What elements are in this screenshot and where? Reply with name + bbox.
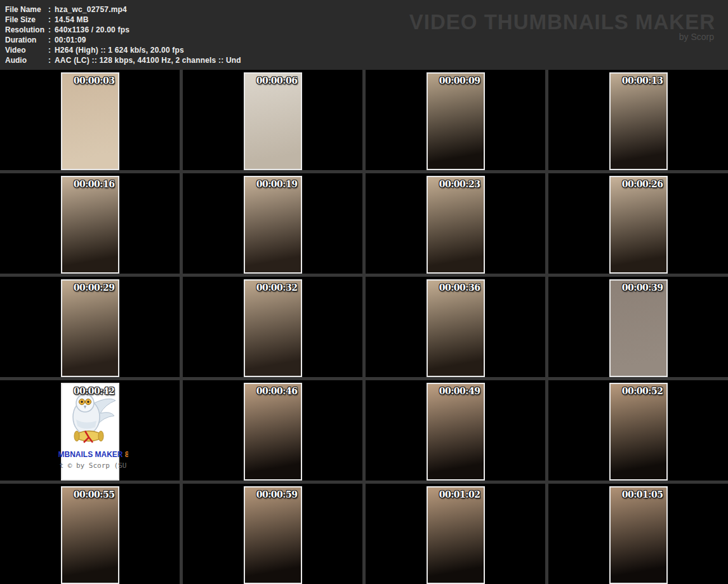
- thumbnail-grid: 00:00:03 00:00:06 00:00:09 00:00:13 00:0…: [0, 70, 728, 584]
- watermark-frame: MBNAILS MAKER 8 t © by Scorp (SU 00:00:4…: [61, 383, 119, 481]
- grid-cell: 00:00:29: [0, 277, 180, 377]
- video-frame-placeholder: 00:00:19: [244, 176, 302, 274]
- video-frame-placeholder: 00:00:36: [427, 279, 485, 377]
- app-title: VIDEO THUMBNAILS MAKER: [409, 11, 715, 33]
- frame-timestamp: 00:00:32: [256, 282, 298, 293]
- watermark-text: MBNAILS MAKER 8: [58, 450, 128, 459]
- grid-cell: 00:00:49: [366, 380, 545, 481]
- grid-cell: 00:00:23: [366, 173, 545, 274]
- video-frame-placeholder: 00:00:59: [244, 486, 302, 584]
- frame-timestamp: 00:00:29: [74, 282, 115, 293]
- meta-label: Video: [5, 45, 48, 55]
- frame-timestamp: 00:00:39: [622, 282, 663, 293]
- video-frame-placeholder: 00:00:32: [244, 279, 302, 377]
- grid-cell: 00:00:26: [548, 173, 728, 274]
- app-brand: VIDEO THUMBNAILS MAKER by Scorp: [409, 11, 715, 42]
- frame-timestamp: 00:00:49: [439, 386, 480, 396]
- frame-timestamp: 00:00:16: [74, 179, 115, 189]
- meta-value-filename: hza_wc_02757.mp4: [55, 5, 127, 14]
- video-frame-placeholder: 00:00:23: [427, 176, 485, 274]
- meta-value-resolution: 640x1136 / 20.00 fps: [55, 25, 129, 34]
- frame-timestamp: 00:00:52: [622, 386, 663, 396]
- watermark-copyright: t © by Scorp (SU: [60, 461, 129, 470]
- meta-label: File Name: [5, 4, 48, 15]
- frame-timestamp: 00:00:55: [74, 489, 115, 500]
- meta-row-video: Video:H264 (High) :: 1 624 kb/s, 20.00 f…: [5, 45, 728, 55]
- meta-value-video: H264 (High) :: 1 624 kb/s, 20.00 fps: [55, 46, 184, 55]
- grid-cell: 00:00:46: [183, 380, 362, 481]
- grid-cell: MBNAILS MAKER 8 t © by Scorp (SU 00:00:4…: [0, 380, 180, 481]
- grid-cell: 00:00:39: [548, 277, 728, 377]
- meta-value-filesize: 14.54 MB: [55, 15, 89, 24]
- grid-cell: 00:00:52: [548, 380, 728, 481]
- frame-timestamp: 00:00:46: [256, 386, 298, 396]
- grid-cell: 00:00:06: [183, 70, 362, 170]
- meta-value-audio: AAC (LC) :: 128 kbps, 44100 Hz, 2 channe…: [55, 56, 241, 65]
- grid-cell: 00:00:03: [0, 70, 180, 170]
- video-frame-placeholder: 00:00:52: [609, 383, 668, 481]
- video-frame-placeholder: 00:01:02: [427, 486, 485, 584]
- frame-timestamp: 00:00:42: [74, 386, 115, 396]
- video-frame-placeholder: 00:00:13: [609, 72, 668, 170]
- grid-cell: 00:01:02: [366, 484, 545, 584]
- grid-cell: 00:00:32: [183, 277, 362, 377]
- meta-label: File Size: [5, 15, 48, 25]
- video-frame-placeholder: 00:00:46: [244, 383, 302, 481]
- frame-timestamp: 00:00:23: [439, 179, 480, 189]
- frame-timestamp: 00:00:03: [74, 76, 115, 86]
- frame-timestamp: 00:00:59: [256, 489, 298, 500]
- frame-timestamp: 00:00:13: [622, 76, 663, 86]
- frame-timestamp: 00:00:26: [622, 179, 663, 189]
- header-bar: File Name:hza_wc_02757.mp4 File Size:14.…: [0, 0, 728, 70]
- grid-cell: 00:01:05: [548, 484, 728, 584]
- grid-cell: 00:00:09: [366, 70, 545, 170]
- meta-label: Audio: [5, 55, 48, 65]
- grid-cell: 00:00:13: [548, 70, 728, 170]
- video-frame-placeholder: 00:00:55: [61, 486, 119, 584]
- frame-timestamp: 00:00:36: [439, 282, 480, 293]
- grid-cell: 00:00:36: [366, 277, 545, 377]
- thumbnail-sheet: { "header": { "separator": ":", "fields"…: [0, 0, 728, 584]
- frame-timestamp: 00:00:06: [256, 76, 298, 86]
- grid-cell: 00:00:55: [0, 484, 180, 584]
- video-frame-placeholder: 00:00:09: [427, 72, 485, 170]
- grid-cell: 00:00:59: [183, 484, 362, 584]
- meta-value-duration: 00:01:09: [55, 36, 86, 44]
- frame-timestamp: 00:01:02: [439, 489, 480, 500]
- frame-timestamp: 00:00:09: [439, 76, 480, 86]
- video-frame-placeholder: 00:00:03: [61, 72, 119, 170]
- grid-cell: 00:00:19: [183, 173, 362, 274]
- video-frame-placeholder: 00:01:05: [609, 486, 668, 584]
- video-frame-placeholder: 00:00:06: [244, 72, 302, 170]
- frame-timestamp: 00:00:19: [256, 179, 298, 189]
- watermark-version: 8: [125, 450, 128, 459]
- meta-label: Resolution: [5, 25, 48, 35]
- video-frame-placeholder: 00:00:49: [427, 383, 485, 481]
- meta-row-audio: Audio:AAC (LC) :: 128 kbps, 44100 Hz, 2 …: [5, 55, 728, 65]
- grid-cell: 00:00:16: [0, 173, 180, 274]
- video-frame-placeholder: 00:00:29: [61, 279, 119, 377]
- video-frame-placeholder: 00:00:26: [609, 176, 668, 274]
- frame-timestamp: 00:01:05: [622, 489, 663, 500]
- video-frame-placeholder: 00:00:39: [609, 279, 668, 377]
- video-frame-placeholder: 00:00:16: [61, 176, 119, 274]
- meta-label: Duration: [5, 35, 48, 45]
